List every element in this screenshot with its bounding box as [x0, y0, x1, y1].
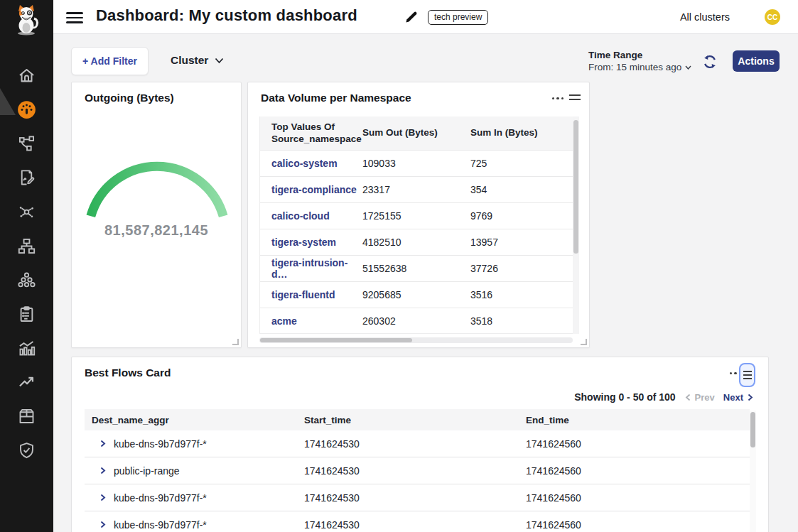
trend-up-icon[interactable] [17, 373, 36, 392]
sum-in-value: 3516 [470, 289, 556, 300]
chevron-right-icon [746, 393, 754, 401]
pagination-next-button[interactable]: Next [723, 392, 754, 403]
table-row[interactable]: tigera-compliance 23317 354 [260, 176, 578, 202]
report-edit-icon[interactable] [17, 168, 36, 188]
time-range-from-selector[interactable]: From: 15 minutes ago [588, 62, 691, 72]
table-row[interactable]: calico-system 109033 725 [260, 150, 578, 176]
sum-out-value: 4182510 [362, 237, 470, 248]
column-header-namespace[interactable]: Top Values Of Source_namespace [260, 121, 362, 146]
outgoing-bytes-card: Outgoing (Bytes) 81,587,821,145 [71, 82, 242, 348]
expand-row-icon[interactable] [99, 521, 107, 528]
horizontal-scrollbar[interactable] [259, 337, 573, 343]
column-header-sum-out[interactable]: Sum Out (Bytes) [362, 127, 470, 139]
sidebar-fold-decoration [0, 88, 16, 115]
user-avatar[interactable]: CC [765, 9, 780, 25]
expand-row-icon[interactable] [99, 494, 107, 501]
pagination-prev-button[interactable]: Prev [684, 392, 715, 403]
clipboard-icon[interactable] [17, 305, 36, 324]
calico-cat-logo[interactable] [12, 4, 41, 36]
namespace-link[interactable]: acme [271, 315, 297, 327]
refresh-icon[interactable] [701, 53, 718, 70]
expand-row-icon[interactable] [99, 440, 107, 447]
scrollbar-thumb[interactable] [260, 338, 412, 342]
start-time: 1741624530 [304, 465, 526, 477]
gauge-arc [72, 118, 242, 239]
time-range-label: Time Range [588, 50, 691, 60]
table-row[interactable]: kube-dns-9b7d977f-* 1741624530 174162456… [85, 511, 750, 532]
flows-table: Dest_name_aggr Start_time End_time kube-… [85, 409, 750, 532]
table-row[interactable]: kube-dns-9b7d977f-* 1741624530 174162456… [85, 430, 750, 457]
sum-in-value: 37726 [470, 263, 556, 274]
sum-out-value: 9205685 [362, 289, 470, 300]
namespace-link[interactable]: tigera-compliance [271, 184, 357, 195]
table-row[interactable]: tigera-system 4182510 13957 [260, 229, 578, 255]
top-bar: Dashboard: My custom dashboard tech prev… [0, 0, 798, 34]
best-flows-card: Best Flows Card Showing 0 - 50 of 100 Pr… [71, 357, 769, 532]
time-range-from-value: From: 15 minutes ago [588, 62, 681, 72]
package-icon[interactable] [17, 407, 36, 426]
table-row[interactable]: tigera-intrusion-d… 51552638 37726 [260, 255, 578, 281]
table-header-row: Top Values Of Source_namespace Sum Out (… [260, 116, 578, 150]
sum-in-value: 354 [470, 184, 556, 195]
namespace-table: Top Values Of Source_namespace Sum Out (… [259, 116, 579, 334]
table-row[interactable]: calico-cloud 1725155 9769 [260, 202, 578, 229]
vertical-scrollbar[interactable] [750, 411, 756, 532]
namespace-link[interactable]: calico-cloud [271, 210, 330, 222]
service-graph-icon[interactable] [17, 134, 36, 153]
namespace-link[interactable]: tigera-system [271, 237, 336, 248]
end-time: 1741624560 [526, 519, 739, 531]
dest-name: public-ip-range [114, 465, 180, 477]
chevron-down-icon [215, 58, 224, 64]
sum-out-value: 260302 [362, 315, 470, 327]
card-title: Best Flows Card [85, 367, 171, 379]
gauge-value: 81,587,821,145 [72, 222, 241, 239]
shield-check-icon[interactable] [17, 441, 36, 460]
table-row[interactable]: tigera-fluentd 9205685 3516 [260, 281, 578, 308]
table-row[interactable]: acme 260302 3518 [260, 308, 578, 334]
end-time: 1741624560 [526, 438, 739, 450]
cluster-dropdown-label: Cluster [171, 54, 208, 67]
page-title: Dashboard: My custom dashboard [96, 6, 357, 25]
dest-name: kube-dns-9b7d977f-* [114, 438, 207, 450]
column-header-dest[interactable]: Dest_name_aggr [85, 415, 304, 425]
connections-hub-icon[interactable] [17, 202, 36, 222]
statistics-icon[interactable] [17, 339, 36, 358]
all-clusters-selector[interactable]: All clusters [680, 11, 730, 23]
table-row[interactable]: kube-dns-9b7d977f-* 1741624530 174162456… [85, 484, 750, 511]
clusters-icon[interactable] [17, 271, 36, 290]
namespace-link[interactable]: calico-system [271, 158, 338, 169]
card-drag-handle-focused[interactable] [739, 363, 755, 387]
time-range-control: Time Range From: 15 minutes ago [588, 50, 691, 72]
start-time: 1741624530 [304, 492, 526, 504]
sum-out-value: 109033 [362, 158, 470, 169]
hamburger-menu-icon[interactable] [66, 9, 83, 25]
edit-pencil-icon[interactable] [404, 10, 419, 24]
cluster-dropdown[interactable]: Cluster [171, 54, 224, 67]
sum-in-value: 13957 [470, 237, 556, 248]
card-title: Data Volume per Namespace [261, 92, 411, 104]
namespace-link[interactable]: tigera-fluentd [271, 289, 335, 300]
table-row[interactable]: public-ip-range 1741624530 1741624560 [85, 457, 750, 484]
column-header-sum-in[interactable]: Sum In (Bytes) [470, 127, 556, 139]
column-header-start[interactable]: Start_time [304, 415, 526, 425]
add-filter-button[interactable]: + Add Filter [71, 47, 149, 75]
network-tree-icon[interactable] [17, 237, 36, 256]
expand-row-icon[interactable] [99, 467, 107, 474]
vertical-scrollbar[interactable] [573, 116, 579, 334]
card-drag-handle-icon[interactable] [569, 92, 581, 103]
start-time: 1741624530 [304, 438, 526, 450]
card-resize-handle[interactable] [232, 338, 239, 345]
scrollbar-thumb[interactable] [573, 120, 578, 254]
chevron-left-icon [684, 393, 692, 401]
dashboard-gauge-icon[interactable] [17, 100, 36, 119]
scrollbar-thumb[interactable] [750, 412, 755, 447]
card-title: Outgoing (Bytes) [85, 92, 174, 104]
column-header-end[interactable]: End_time [526, 415, 739, 425]
card-resize-handle[interactable] [580, 338, 587, 345]
home-icon[interactable] [17, 66, 36, 85]
namespace-link[interactable]: tigera-intrusion-d… [271, 257, 347, 280]
card-menu-icon[interactable] [552, 97, 565, 103]
pagination-showing-text: Showing 0 - 50 of 100 [574, 391, 675, 403]
sum-out-value: 23317 [362, 184, 470, 195]
actions-button[interactable]: Actions [733, 50, 780, 72]
